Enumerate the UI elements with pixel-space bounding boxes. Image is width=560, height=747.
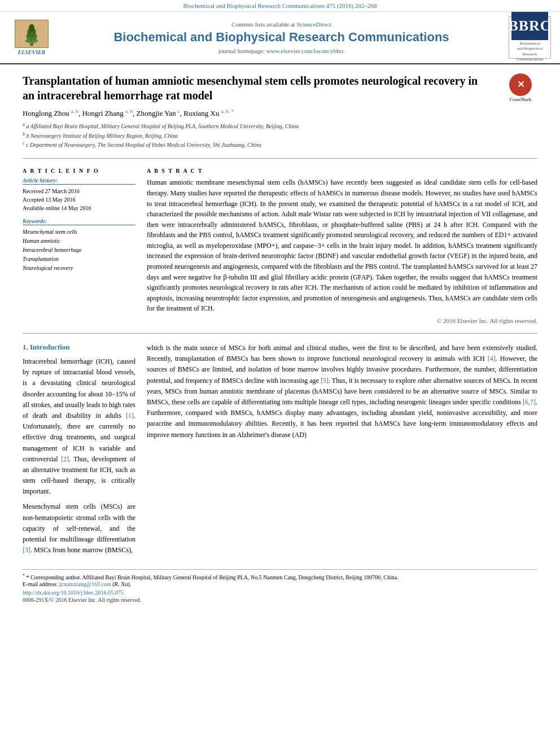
- abstract-heading: A B S T R A C T: [147, 168, 537, 174]
- intro-title: 1. Introduction: [23, 343, 135, 352]
- article-info-abstract: A R T I C L E I N F O Article history: R…: [23, 168, 537, 324]
- introduction-section: 1. Introduction Intracerebral hemorrhage…: [23, 343, 537, 560]
- bbrc-logo: BBRC Biochemicaland BiophysicalResearchC…: [509, 16, 551, 59]
- elsevier-label: ELSEVIER: [18, 49, 46, 55]
- keywords-block: Keywords: Mesenchymal stem cells Human a…: [23, 218, 135, 273]
- crossmark-icon: ✕: [509, 73, 532, 96]
- keywords-list: Mesenchymal stem cells Human amniotic In…: [23, 228, 135, 273]
- keyword-1: Mesenchymal stem cells: [23, 228, 135, 237]
- contents-line: Contents lists available at ScienceDirec…: [61, 21, 502, 28]
- journal-header: ELSEVIER Contents lists available at Sci…: [0, 12, 560, 64]
- divider: [23, 158, 537, 159]
- journal-info: Contents lists available at ScienceDirec…: [61, 21, 502, 54]
- keyword-2: Human amniotic: [23, 237, 135, 246]
- copyright-line: © 2016 Elsevier Inc. All rights reserved…: [147, 317, 537, 324]
- intro-para-1: Intracerebral hemorrhage (ICH), caused b…: [23, 356, 135, 497]
- article-content: Transplantation of human amniotic mesenc…: [0, 64, 560, 612]
- intro-para-2: Mesenchymal stem cells (MSCs) are non-he…: [23, 501, 135, 556]
- journal-title: Biochemical and Biophysical Research Com…: [61, 30, 502, 45]
- right-column: A B S T R A C T Human amniotic membrane …: [147, 168, 537, 324]
- homepage-link[interactable]: www.elsevier.com/locate/ybbrc: [266, 47, 345, 54]
- email-footnote: E-mail address: jzxuruxiang@163.com (R. …: [23, 581, 537, 587]
- left-column: A R T I C L E I N F O Article history: R…: [23, 168, 135, 324]
- journal-homepage: journal homepage: www.elsevier.com/locat…: [61, 47, 502, 54]
- authors-line: Honglong Zhou a, b, Hongri Zhang a, b, Z…: [23, 108, 537, 118]
- sciencedirect-link[interactable]: ScienceDirect: [296, 21, 331, 28]
- paper-title: Transplantation of human amniotic mesenc…: [23, 75, 478, 102]
- keyword-3: Intracerebral hemorrhage: [23, 246, 135, 255]
- received-date: Received 27 March 2016: [23, 187, 135, 195]
- available-date: Available online 14 May 2016: [23, 204, 135, 212]
- history-heading: Article history:: [23, 177, 135, 185]
- abstract-text: Human amniotic membrane mesenchymal stem…: [147, 177, 537, 314]
- article-info-heading: A R T I C L E I N F O: [23, 168, 135, 174]
- article-history: Article history: Received 27 March 2016 …: [23, 177, 135, 212]
- svg-point-5: [29, 24, 34, 32]
- rights-line: 0006-291X/© 2016 Elsevier Inc. All right…: [23, 597, 537, 603]
- keyword-5: Neurological recovery: [23, 264, 135, 273]
- corresponding-footnote: * * Corresponding author. Affiliated Bay…: [23, 573, 537, 580]
- journal-citation: Biochemical and Biophysical Research Com…: [0, 0, 560, 12]
- elsevier-tree-icon: [15, 20, 49, 48]
- affiliations: a a Affiliated Bayi Brain Hospital, Mili…: [23, 121, 537, 149]
- paper-title-container: Transplantation of human amniotic mesenc…: [23, 73, 537, 103]
- footnote-section: * * Corresponding author. Affiliated Bay…: [23, 569, 537, 602]
- intro-left: 1. Introduction Intracerebral hemorrhage…: [23, 343, 135, 560]
- keywords-heading: Keywords:: [23, 218, 135, 225]
- intro-para-right: which is the main source of MSCs for bot…: [147, 343, 537, 440]
- crossmark-label: CrossMark: [504, 97, 537, 103]
- email-link[interactable]: jzxuruxiang@163.com: [59, 581, 111, 587]
- intro-two-col: 1. Introduction Intracerebral hemorrhage…: [23, 343, 537, 560]
- accepted-date: Accepted 13 May 2016: [23, 195, 135, 204]
- doi-link[interactable]: http://dx.doi.org/10.1016/j.bbrc.2016.05…: [23, 589, 537, 596]
- elsevier-logo: ELSEVIER: [9, 20, 54, 55]
- section-divider: [23, 333, 537, 334]
- keyword-4: Transplantation: [23, 255, 135, 264]
- crossmark-badge: ✕ CrossMark: [504, 73, 537, 103]
- intro-right: which is the main source of MSCs for bot…: [147, 343, 537, 560]
